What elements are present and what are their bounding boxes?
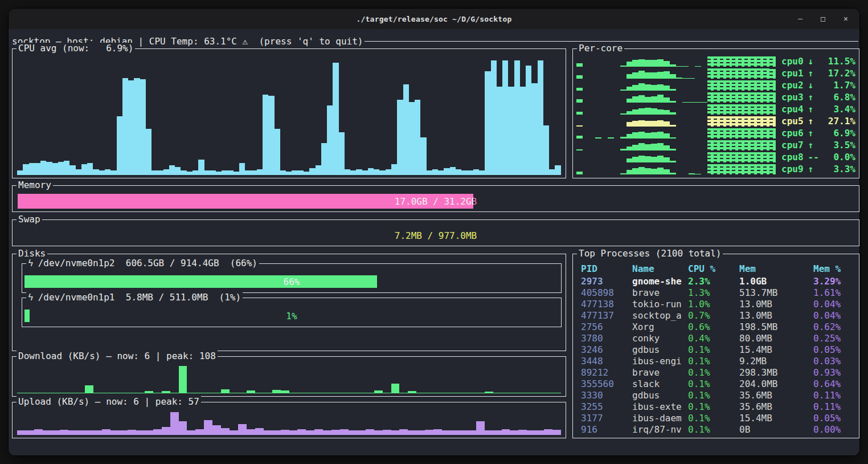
process-row[interactable]: 477137socktop_a0.7%13.0MB0.04% bbox=[581, 310, 855, 321]
chart-bar bbox=[714, 116, 720, 127]
chart-bar bbox=[162, 391, 170, 393]
process-row[interactable]: 3246gdbus0.1%15.4MB0.05% bbox=[581, 344, 855, 356]
chart-bar bbox=[34, 393, 43, 393]
chart-bar bbox=[518, 430, 527, 435]
close-icon[interactable]: ✕ bbox=[841, 9, 850, 29]
column-header[interactable]: Mem % bbox=[813, 263, 855, 276]
process-row[interactable]: 355560slack0.1%204.0MB0.64% bbox=[581, 378, 855, 390]
chart-bar bbox=[769, 104, 776, 115]
process-row[interactable]: 3255ibus-exte0.1%35.6MB0.11% bbox=[581, 401, 855, 413]
process-cell: gdbus bbox=[632, 344, 688, 356]
chart-bar bbox=[682, 102, 689, 103]
chart-bar bbox=[442, 430, 451, 435]
chart-bar bbox=[255, 428, 264, 435]
core-label: cpu0↓11.5% bbox=[781, 56, 855, 67]
terminal-window: ./target/release/soc ~/D/G/socktop – □ ✕… bbox=[8, 8, 860, 456]
chart-bar bbox=[664, 133, 670, 139]
chart-bar bbox=[670, 125, 676, 127]
column-header[interactable]: PID bbox=[581, 263, 632, 276]
chart-bar bbox=[76, 169, 81, 175]
chart-bar bbox=[281, 430, 289, 435]
chart-bar bbox=[468, 393, 476, 393]
process-cell: 15.4MB bbox=[739, 344, 813, 356]
disk-gauge: 1%1% bbox=[24, 310, 559, 322]
chart-bar bbox=[720, 56, 726, 67]
chart-bar bbox=[651, 85, 657, 91]
chart-bar bbox=[403, 84, 409, 175]
chart-bar bbox=[187, 172, 193, 175]
chart-bar bbox=[664, 121, 670, 127]
chart-bar bbox=[408, 391, 416, 393]
chart-bar bbox=[645, 168, 651, 174]
chart-bar bbox=[476, 421, 485, 435]
chart-bar bbox=[306, 430, 314, 435]
minimize-icon[interactable]: – bbox=[796, 9, 805, 29]
process-row[interactable]: 2756Xorg0.6%198.5MB0.62% bbox=[581, 321, 855, 333]
chart-bar bbox=[459, 430, 468, 435]
chart-bar bbox=[682, 78, 689, 79]
gauge-fill-label-clip: 66% bbox=[24, 275, 377, 288]
chart-bar bbox=[757, 164, 763, 174]
chart-bar bbox=[757, 92, 763, 103]
process-row[interactable]: 477138tokio-run1.0%13.0MB0.04% bbox=[581, 299, 855, 310]
chart-bar bbox=[76, 393, 85, 393]
chart-bar bbox=[459, 393, 468, 393]
process-cell: 3177 bbox=[581, 413, 632, 424]
core-name: cpu7 bbox=[781, 140, 804, 150]
disk-gauge: 66%66% bbox=[24, 275, 559, 288]
chart-bar bbox=[58, 162, 64, 175]
chart-bar bbox=[514, 60, 520, 175]
process-cell: gdbus bbox=[632, 390, 688, 401]
chart-bar bbox=[510, 430, 518, 435]
panel-cpu-avg-title: CPU avg (now: 6.9%) bbox=[17, 43, 135, 54]
chart-bar bbox=[632, 168, 638, 174]
chart-bar bbox=[26, 430, 34, 435]
process-cell: 0.1% bbox=[688, 413, 739, 424]
process-row[interactable]: 3177ibus-daem0.1%15.4MB0.05% bbox=[581, 413, 855, 424]
chart-bar bbox=[43, 430, 51, 435]
chart-bar bbox=[744, 68, 751, 79]
core-row: cpu4↑ 3.4% bbox=[576, 104, 855, 115]
chart-bar bbox=[87, 163, 93, 175]
process-row[interactable]: 2973gnome-she2.3%1.0GB3.29% bbox=[581, 276, 855, 287]
column-header[interactable]: CPU % bbox=[688, 263, 739, 276]
chart-bar bbox=[479, 170, 485, 175]
disk-item-title: ϟ/dev/nvme0n1p1 5.8MB / 511.0MB (1%) bbox=[26, 292, 243, 303]
maximize-icon[interactable]: □ bbox=[818, 9, 828, 29]
chart-bar bbox=[576, 125, 583, 127]
process-row[interactable]: 3780conky0.4%80.0MB0.25% bbox=[581, 333, 855, 344]
chart-bar bbox=[170, 412, 179, 435]
chart-bar bbox=[620, 149, 627, 150]
disk-icon: ϟ bbox=[28, 292, 38, 303]
chart-bar bbox=[366, 429, 374, 435]
chart-bar bbox=[632, 145, 638, 150]
core-label: cpu1↑17.2% bbox=[781, 68, 855, 79]
chart-bar bbox=[726, 92, 732, 103]
chart-bar bbox=[732, 164, 738, 174]
chart-bar bbox=[651, 96, 657, 103]
disk-item-nvme0n1p2: ϟ/dev/nvme0n1p2 606.5GB / 914.4GB (66%) … bbox=[22, 263, 562, 293]
chart-bar bbox=[238, 424, 247, 435]
process-row[interactable]: 89212brave0.1%298.3MB0.93% bbox=[581, 367, 855, 378]
core-row: cpu8-- 0.0% bbox=[576, 152, 855, 162]
chart-bar bbox=[473, 169, 479, 175]
process-row[interactable]: 916irq/87-nv0.1%0B0.00% bbox=[581, 424, 855, 435]
chart-bar bbox=[638, 71, 645, 79]
process-cell: 0.1% bbox=[688, 367, 739, 378]
chart-bar bbox=[720, 128, 726, 139]
process-row[interactable]: 405898brave1.3%513.7MB1.61% bbox=[581, 287, 855, 299]
chart-bar bbox=[374, 430, 383, 435]
column-header[interactable]: Mem bbox=[739, 263, 813, 276]
process-row[interactable]: 3448ibus-engi0.1%9.2MB0.03% bbox=[581, 356, 855, 367]
chart-bar bbox=[145, 391, 153, 393]
process-row[interactable]: 3330gdbus0.1%35.6MB0.11% bbox=[581, 390, 855, 401]
process-cell: 2756 bbox=[581, 321, 632, 333]
chart-bar bbox=[720, 164, 726, 174]
chart-bar bbox=[93, 393, 102, 393]
process-cell: ibus-engi bbox=[632, 356, 688, 367]
core-row: cpu7↑ 3.5% bbox=[576, 140, 855, 150]
column-header[interactable]: Name bbox=[632, 263, 688, 276]
chart-bar bbox=[576, 136, 583, 139]
chart-bar bbox=[420, 137, 426, 175]
window-titlebar[interactable]: ./target/release/soc ~/D/G/socktop – □ ✕ bbox=[9, 9, 859, 29]
